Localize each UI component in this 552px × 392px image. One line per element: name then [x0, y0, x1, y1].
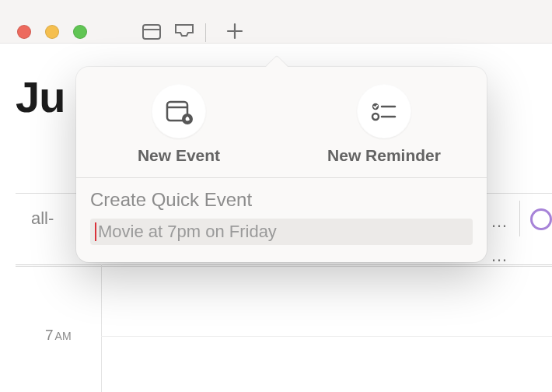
grid-column-separator: [101, 264, 102, 392]
plus-icon: [226, 23, 243, 43]
window-minimize-button[interactable]: [45, 25, 59, 39]
quick-event-field: [90, 219, 473, 245]
window-titlebar: [0, 0, 552, 44]
window-fullscreen-button[interactable]: [73, 25, 87, 39]
new-reminder-label: New Reminder: [327, 146, 441, 165]
add-popover-options: New Event New Reminder: [76, 67, 487, 177]
time-hour: 7: [45, 327, 54, 343]
add-popover: New Event New Reminder Create Quick Even…: [76, 67, 487, 262]
quick-event-section: Create Quick Event: [76, 178, 487, 262]
time-row-label: 7AM: [45, 327, 72, 344]
all-day-row-label: all-: [31, 208, 54, 229]
svg-rect-0: [143, 25, 160, 39]
svg-line-8: [187, 119, 189, 120]
new-event-button[interactable]: New Event: [76, 84, 281, 165]
new-reminder-button[interactable]: New Reminder: [281, 84, 487, 165]
event-overflow-indicator[interactable]: …: [491, 212, 508, 232]
inbox-toolbar-button[interactable]: [168, 19, 201, 47]
quick-event-input[interactable]: [90, 219, 473, 245]
grid-line: [16, 266, 552, 267]
calendar-add-icon: [152, 84, 206, 138]
svg-point-11: [372, 114, 379, 120]
add-toolbar-button[interactable]: [218, 19, 251, 47]
new-event-label: New Event: [138, 146, 220, 165]
event-overflow-indicator[interactable]: …: [491, 246, 508, 266]
grid-line: [16, 264, 552, 265]
month-title: Ju: [16, 72, 65, 122]
toolbar-separator: [205, 23, 206, 42]
tray-icon: [173, 23, 195, 43]
reminder-ring-icon[interactable]: [530, 208, 552, 230]
window-toolbar: [135, 19, 251, 47]
window-close-button[interactable]: [17, 25, 31, 39]
calendar-icon: [141, 22, 162, 44]
time-ampm: AM: [54, 330, 72, 342]
reminders-list-icon: [357, 84, 411, 138]
window-traffic-lights: [17, 25, 87, 39]
calendars-toolbar-button[interactable]: [135, 19, 168, 47]
text-cursor: [95, 222, 96, 241]
quick-event-title: Create Quick Event: [90, 189, 473, 211]
grid-hour-line: [101, 336, 552, 337]
grid-column-separator: [519, 201, 520, 236]
